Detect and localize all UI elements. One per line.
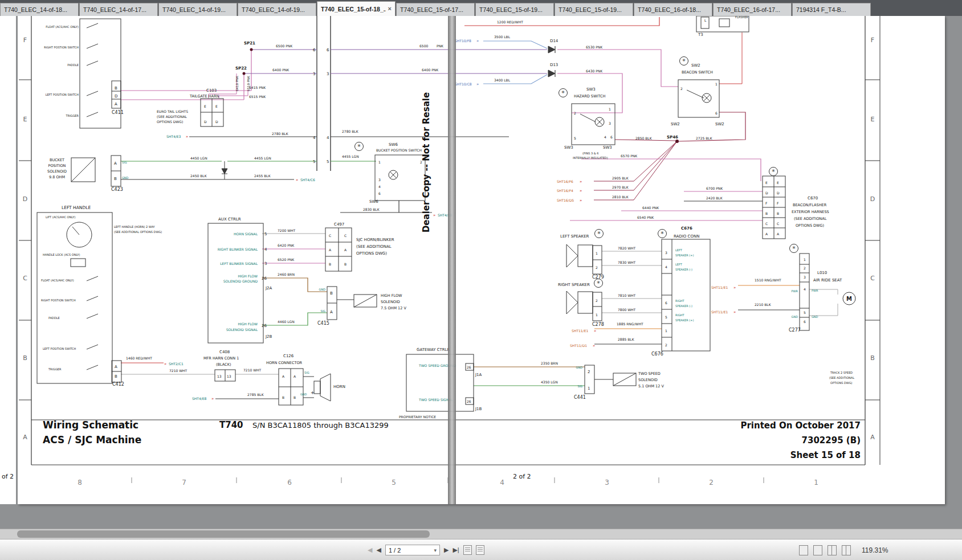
svg-text:C: C: [344, 234, 347, 238]
svg-text:3: 3: [264, 261, 267, 266]
tab-2[interactable]: T740_ELEC_14-of-19...: [158, 3, 237, 16]
svg-text:MFR HARN CONN 1: MFR HARN CONN 1: [203, 356, 239, 361]
tab-3[interactable]: T740_ELEC_14-of-19...: [238, 3, 316, 16]
svg-text:1: 1: [665, 329, 667, 333]
horizontal-scrollbar[interactable]: [0, 529, 962, 539]
svg-text:»: »: [580, 179, 582, 184]
svg-text:SP22: SP22: [235, 66, 247, 71]
svg-text:C676: C676: [681, 226, 692, 231]
svg-text:L010: L010: [817, 271, 827, 275]
svg-text:1: 1: [715, 82, 718, 86]
svg-text:*: *: [682, 58, 686, 65]
tab-label: T740_ELEC_16-of-17...: [717, 6, 780, 13]
svg-text:2: 2: [804, 266, 806, 270]
svg-text:EXTERIOR HARNESS: EXTERIOR HARNESS: [792, 210, 829, 214]
svg-text:6: 6: [804, 320, 806, 324]
svg-text:GATEWAY CTRLR: GATEWAY CTRLR: [417, 348, 450, 352]
svg-text:4460 LGN: 4460 LGN: [278, 320, 295, 324]
svg-text:»: »: [476, 82, 479, 87]
svg-text:A: A: [114, 161, 117, 166]
svg-text:1460 RED/WHT: 1460 RED/WHT: [126, 356, 152, 360]
svg-text:2455 BLK: 2455 BLK: [254, 174, 271, 178]
svg-text:»: »: [580, 189, 582, 193]
tab-7[interactable]: T740_ELEC_15-of-19...: [555, 3, 633, 16]
svg-text:B: B: [330, 291, 333, 296]
tab-5[interactable]: T740_ELEC_15-of-17...: [396, 3, 475, 16]
facing-pages-layout-icon[interactable]: [828, 545, 837, 555]
svg-text:4455 LGN: 4455 LGN: [342, 154, 359, 158]
svg-text:HAZARD SWITCH: HAZARD SWITCH: [574, 94, 605, 99]
svg-text:E: E: [215, 104, 218, 108]
svg-text:SHT11/E1: SHT11/E1: [711, 285, 728, 289]
svg-text:HIGH FLOW: HIGH FLOW: [238, 322, 258, 326]
facing-continuous-layout-icon[interactable]: [842, 545, 851, 555]
horizontal-scrollbar-thumb[interactable]: [17, 530, 430, 538]
previous-view-icon[interactable]: ◀: [368, 546, 372, 554]
svg-text:(SEE ADDITIONAL: (SEE ADDITIONAL: [356, 244, 392, 249]
page-spread-divider: [448, 16, 456, 504]
svg-text:C279: C279: [592, 275, 604, 280]
tab-8[interactable]: T740_ELEC_16-of-18...: [634, 3, 712, 16]
svg-text:SW6: SW6: [369, 199, 378, 204]
svg-text:1: 1: [609, 107, 611, 111]
svg-text:2: 2: [709, 479, 714, 487]
svg-text:3: 3: [665, 251, 667, 255]
svg-text:SIG: SIG: [320, 309, 325, 313]
svg-text:BUCKET POSITION SWITCH: BUCKET POSITION SWITCH: [376, 148, 422, 152]
svg-text:C: C: [765, 222, 768, 226]
previous-page-button[interactable]: ◀: [376, 546, 381, 554]
page-number-input[interactable]: 1 / 2 ▾: [385, 545, 440, 555]
tab-label: T740_ELEC_15-of-17...: [400, 6, 463, 13]
svg-text:PADDLE: PADDLE: [67, 63, 79, 67]
svg-text:6: 6: [313, 48, 316, 52]
svg-text:2 of 2: 2 of 2: [513, 473, 531, 480]
single-page-view-icon[interactable]: [463, 545, 472, 555]
svg-text:D14: D14: [550, 39, 559, 43]
tab-9[interactable]: T740_ELEC_16-of-17...: [713, 3, 792, 16]
svg-text:6410 PNK: 6410 PNK: [235, 76, 239, 91]
svg-text:26: 26: [262, 324, 267, 328]
svg-text:INTERNALLY INSULATED): INTERNALLY INSULATED): [573, 156, 608, 160]
svg-text:6: 6: [287, 479, 292, 487]
close-icon[interactable]: ×: [386, 6, 392, 12]
svg-text:26: 26: [467, 399, 471, 403]
tab-label: T740_ELEC_15-of-19...: [559, 6, 622, 13]
svg-text:A: A: [777, 232, 780, 236]
next-page-button[interactable]: ▶: [444, 546, 449, 554]
svg-text:C497: C497: [334, 222, 344, 227]
svg-text:B: B: [294, 395, 296, 399]
tab-bar: T740_ELEC_14-of-18...T740_ELEC_14-of-17.…: [0, 0, 962, 16]
svg-text:4: 4: [264, 247, 267, 252]
last-page-button[interactable]: ▶|: [453, 546, 459, 554]
tab-0[interactable]: T740_ELEC_14-of-18...: [0, 3, 79, 16]
svg-text:1200 RED/WHT: 1200 RED/WHT: [497, 20, 523, 24]
svg-text:A: A: [115, 102, 117, 107]
svg-text:6515 PNK: 6515 PNK: [249, 95, 266, 99]
svg-text:B: B: [765, 211, 768, 215]
svg-text:3: 3: [605, 479, 609, 487]
svg-text:7210 WHT: 7210 WHT: [169, 369, 187, 373]
svg-text:5: 5: [574, 136, 576, 140]
tab-4[interactable]: T740_ELEC_15-of-18_...×: [317, 1, 396, 16]
tab-10[interactable]: 7194314 F_T4-B...: [792, 3, 871, 16]
svg-text:GND: GND: [792, 315, 798, 318]
svg-text:SHT16/F4: SHT16/F4: [557, 189, 573, 193]
svg-text:GND: GND: [319, 288, 326, 291]
svg-text:C126: C126: [283, 354, 294, 358]
svg-text:HIGH FLOW: HIGH FLOW: [381, 293, 402, 298]
single-page-layout-icon[interactable]: [799, 545, 808, 555]
svg-text:1: 1: [814, 479, 818, 487]
svg-text:EURO TAIL LIGHTS: EURO TAIL LIGHTS: [157, 109, 188, 113]
continuous-view-icon[interactable]: [476, 545, 484, 555]
tab-1[interactable]: T740_ELEC_14-of-17...: [79, 3, 158, 16]
svg-text:SHT11/D1: SHT11/D1: [570, 344, 587, 348]
svg-text:C: C: [329, 234, 331, 238]
tab-6[interactable]: T740_ELEC_15-of-19...: [475, 3, 554, 16]
svg-text:LEFT HANDLE (HORN) 2 WAY: LEFT HANDLE (HORN) 2 WAY: [114, 225, 156, 228]
svg-text:SOLENOID: SOLENOID: [638, 378, 658, 382]
svg-text:D: D: [765, 191, 768, 195]
svg-text:LEFT SPEAKER: LEFT SPEAKER: [560, 234, 589, 239]
continuous-layout-icon[interactable]: [813, 545, 822, 555]
svg-text:C441: C441: [574, 395, 586, 400]
svg-text:7210 WHT: 7210 WHT: [243, 368, 262, 372]
